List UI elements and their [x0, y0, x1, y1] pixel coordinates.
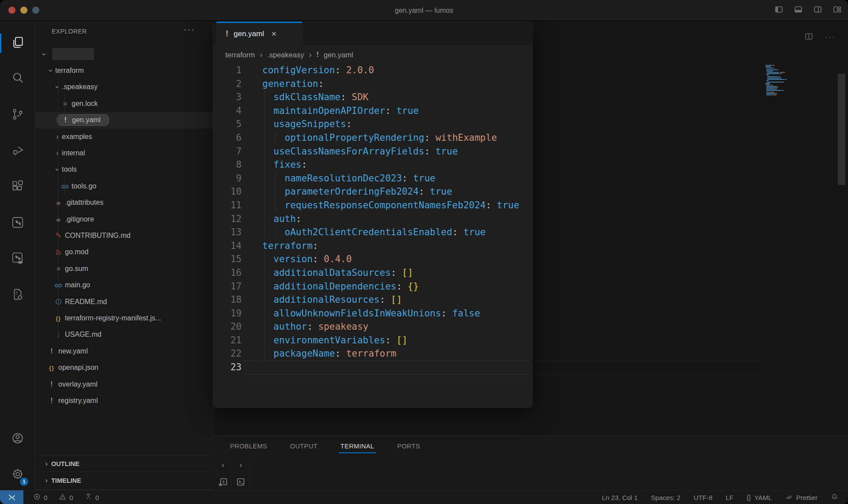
code-line-16[interactable]: 16 additionalDataSources: [] [213, 266, 533, 280]
breadcrumb-item[interactable]: gen.yaml [324, 51, 353, 59]
code-line-22[interactable]: 22 packageName: terraform [213, 347, 533, 361]
code-line-13[interactable]: 13 oAuth2ClientCredentialsEnabled: true [213, 226, 533, 239]
tree-item-workspace-root[interactable]: › [35, 46, 213, 62]
code-line-2[interactable]: 2generation: [213, 77, 533, 91]
code-line-5[interactable]: 5 usageSnippets: [213, 117, 533, 131]
code-line-17[interactable]: 17 additionalDependencies: {} [213, 280, 533, 293]
file-icon: {} [53, 315, 64, 322]
tree-file-openapi-json[interactable]: {}openapi.json [35, 359, 213, 376]
code-line-7[interactable]: 7 useClassNamesForArrayFields: true [213, 145, 533, 158]
tree-file-gen-lock[interactable]: ≡gen.lock [35, 95, 213, 112]
activity-item-search[interactable] [0, 64, 35, 93]
toggle-sidebar-icon[interactable] [774, 5, 784, 16]
code-line-4[interactable]: 4 maintainOpenAPIOrder: true [213, 104, 533, 118]
tree-folder--speakeasy[interactable]: ›.speakeasy [35, 79, 213, 95]
panel-tab-output[interactable]: OUTPUT [289, 439, 318, 453]
chevron-expanded-icon: › [53, 165, 62, 174]
tree-file-overlay-yaml[interactable]: !overlay.yaml [35, 376, 213, 392]
code-line-18[interactable]: 18 additionalResources: [] [213, 293, 533, 307]
tree-file-USAGE-md[interactable]: ↓USAGE.md [35, 327, 213, 343]
status-warning-triangle[interactable]: 0 [59, 493, 73, 502]
code-line-14[interactable]: 14terraform: [213, 239, 533, 253]
close-tab-icon[interactable]: ✕ [271, 30, 277, 38]
status-eol[interactable]: LF [726, 494, 734, 501]
breadcrumb-item[interactable]: .speakeasy [267, 51, 304, 59]
code-line-1[interactable]: 1configVersion: 2.0.0 [213, 64, 533, 77]
tab-gen-yaml[interactable]: ! gen.yaml ✕ [216, 22, 303, 46]
file-icon: ! [46, 397, 57, 405]
activity-item-settings[interactable]: 1 [0, 460, 35, 489]
code-line-15[interactable]: 15 version: 0.4.0 [213, 252, 533, 266]
toggle-secondary-sidebar-icon[interactable] [813, 5, 822, 16]
code-line-10[interactable]: 10 parameterOrderingFeb2024: true [213, 185, 533, 199]
chevron-right-icon[interactable]: › [232, 457, 250, 474]
status-encoding[interactable]: UTF-8 [694, 494, 713, 501]
activity-item-terraform[interactable] [0, 209, 35, 238]
status-notifications[interactable] [831, 493, 838, 502]
minimap-line [765, 72, 805, 73]
tree-file-terraform-registry-manifest-js-[interactable]: {}terraform-registry-manifest.js... [35, 310, 213, 326]
tree-folder-terraform[interactable]: ›terraform [35, 62, 213, 79]
tree-folder-tools[interactable]: ›tools [35, 162, 213, 178]
code-line-19[interactable]: 19 allowUnknownFieldsInWeakUnions: false [213, 307, 533, 320]
explorer-more-actions-icon[interactable]: ··· [184, 24, 195, 34]
tree-file-gen-yaml[interactable]: !gen.yaml [35, 112, 213, 128]
status-cursor-position[interactable]: Ln 23, Col 1 [602, 494, 638, 501]
tree-file--gitattributes[interactable]: ◆.gitattributes [35, 195, 213, 211]
tree-file-registry-yaml[interactable]: !registry.yaml [35, 392, 213, 409]
remote-indicator[interactable] [0, 490, 23, 504]
toggle-panel-icon[interactable] [794, 5, 803, 16]
status-indentation[interactable]: Spaces: 2 [651, 494, 681, 501]
minimap[interactable] [765, 65, 805, 97]
code-line-11[interactable]: 11 requestResponseComponentNamesFeb2024:… [213, 199, 533, 212]
code-line-3[interactable]: 3 sdkClassName: SDK [213, 90, 533, 104]
breadcrumb-item[interactable]: terraform [225, 51, 255, 59]
customize-layout-icon[interactable] [833, 5, 842, 16]
activity-item-account[interactable] [0, 425, 35, 454]
tree-file-new-yaml[interactable]: !new.yaml [35, 343, 213, 359]
activity-item-explorer[interactable] [0, 29, 35, 58]
timeline-section-header[interactable]: › TIMELINE [35, 471, 213, 489]
error-circle-icon [33, 493, 41, 502]
tree-folder-internal[interactable]: ›internal [35, 145, 213, 161]
split-editor-icon[interactable] [804, 32, 814, 43]
chevron-expanded-icon: › [40, 50, 49, 59]
status-language-mode[interactable]: {}YAML [747, 494, 772, 501]
activity-item-file-tools[interactable] [0, 281, 35, 310]
status-formatter[interactable]: Prettier [785, 493, 818, 502]
activity-item-terraform-cloud[interactable] [0, 244, 35, 274]
debug-icon [11, 143, 24, 158]
line-number: 6 [213, 131, 242, 145]
debug-console-icon[interactable] [214, 474, 232, 490]
activity-item-extensions[interactable] [0, 173, 35, 202]
panel-tab-terminal[interactable]: TERMINAL [340, 439, 375, 453]
outline-section-header[interactable]: › OUTLINE [35, 455, 213, 472]
tree-file-go-sum[interactable]: ≡go.sum [35, 260, 213, 277]
status-error-circle[interactable]: 0 [33, 493, 47, 502]
code-line-8[interactable]: 8 fixes: [213, 158, 533, 172]
tree-file--gitignore[interactable]: ◆.gitignore [35, 211, 213, 227]
tree-file-main-go[interactable]: GOmain.go [35, 277, 213, 293]
terminal-icon[interactable] [232, 474, 250, 490]
tree-file-CONTRIBUTING-md[interactable]: CONTRIBUTING.md [35, 227, 213, 244]
code-line-23[interactable]: 23 [213, 361, 533, 374]
chevron-right-icon[interactable]: › [214, 457, 232, 474]
tree-file-go-mod[interactable]: go.mod [35, 244, 213, 260]
code-line-9[interactable]: 9 nameResolutionDec2023: true [213, 172, 533, 185]
code-editor[interactable]: 1configVersion: 2.0.02generation:3 sdkCl… [213, 64, 533, 374]
yaml-warning-icon: ! [316, 51, 318, 59]
tree-folder-examples[interactable]: ›examples [35, 128, 213, 145]
panel-tab-problems[interactable]: PROBLEMS [229, 439, 268, 453]
status-broadcast-tower[interactable]: 0 [85, 493, 99, 502]
activity-item-run-debug[interactable] [0, 136, 35, 165]
activity-item-source-control[interactable] [0, 101, 35, 130]
editor-more-actions-icon[interactable]: ··· [825, 33, 836, 42]
code-line-20[interactable]: 20 author: speakeasy [213, 320, 533, 334]
editor-scrollbar[interactable] [838, 74, 845, 185]
tree-file-tools-go[interactable]: GOtools.go [35, 178, 213, 194]
panel-tab-ports[interactable]: PORTS [396, 439, 421, 453]
tree-file-README-md[interactable]: README.md [35, 293, 213, 310]
code-line-12[interactable]: 12 auth: [213, 212, 533, 226]
code-line-21[interactable]: 21 environmentVariables: [] [213, 334, 533, 347]
code-line-6[interactable]: 6 optionalPropertyRendering: withExample [213, 131, 533, 145]
